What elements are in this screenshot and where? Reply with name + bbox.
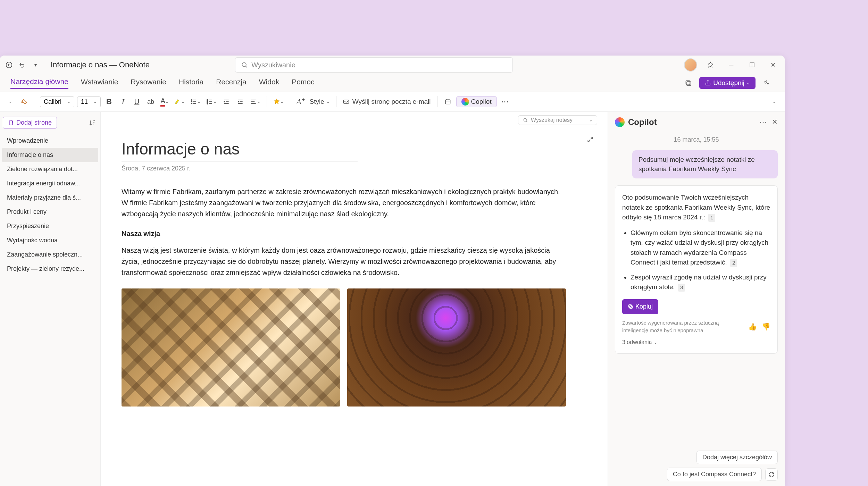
meeting-details-icon[interactable] <box>442 95 453 108</box>
reference-badge-1[interactable]: 1 <box>708 214 715 222</box>
font-color-button[interactable]: A⌄ <box>159 95 170 108</box>
svg-point-5 <box>768 83 769 84</box>
search-notebooks-input[interactable]: Wyszukaj notesy ⌄ <box>518 115 597 125</box>
svg-point-33 <box>524 118 526 121</box>
close-button[interactable]: ✕ <box>765 57 781 73</box>
page-item-8[interactable]: Zaangażowanie społeczn... <box>0 248 100 262</box>
bullets-button[interactable]: ⌄ <box>189 95 202 108</box>
more-commands-icon[interactable]: ⋯ <box>500 95 511 108</box>
reference-badge-2[interactable]: 2 <box>730 259 737 267</box>
premium-icon[interactable] <box>703 57 718 73</box>
font-size-select[interactable]: 11⌄ <box>77 97 101 107</box>
copilot-panel-title: Copilot <box>628 117 657 127</box>
back-icon[interactable] <box>4 60 14 70</box>
reference-badge-3[interactable]: 3 <box>678 284 685 292</box>
font-name-select[interactable]: Calibri⌄ <box>40 97 74 107</box>
outdent-button[interactable] <box>221 95 232 108</box>
page-item-2[interactable]: Zielone rozwiązania dot... <box>0 162 100 176</box>
page-item-5[interactable]: Produkt i ceny <box>0 205 100 219</box>
svg-point-8 <box>191 103 192 104</box>
svg-rect-3 <box>687 82 691 86</box>
page-item-1[interactable]: Informacje o nas <box>2 148 98 162</box>
tab-help[interactable]: Pomoc <box>292 78 314 88</box>
svg-rect-32 <box>9 121 12 125</box>
tab-draw[interactable]: Rysowanie <box>131 78 166 88</box>
svg-point-6 <box>191 100 192 101</box>
tab-view[interactable]: Widok <box>259 78 279 88</box>
page-item-6[interactable]: Przyspieszenie <box>0 219 100 233</box>
ai-intro-text: Oto podsumowanie Twoich wcześniejszych n… <box>622 194 770 221</box>
mode-switcher-icon[interactable] <box>681 75 696 91</box>
email-page-button[interactable]: Wyślij stronę pocztą e-mail <box>341 95 432 108</box>
copilot-ribbon-button[interactable]: Copilot <box>456 96 497 107</box>
copilot-timestamp: 16 marca, 15:55 <box>615 136 778 143</box>
page-item-4[interactable]: Materiały przyjazne dla ś... <box>0 191 100 205</box>
underline-button[interactable]: U <box>131 95 142 108</box>
customize-dropdown-icon[interactable]: ▾ <box>31 60 40 70</box>
paste-dropdown[interactable]: ⌄ <box>5 95 16 108</box>
search-icon <box>523 117 528 123</box>
tag-button[interactable]: ⌄ <box>272 95 285 108</box>
format-painter-icon[interactable] <box>19 95 30 108</box>
user-avatar[interactable] <box>684 58 697 72</box>
copilot-logo-icon <box>615 117 625 127</box>
svg-rect-2 <box>686 81 690 85</box>
search-placeholder: Wyszukiwanie <box>251 61 295 69</box>
style-button[interactable]: A✦ Style⌄ <box>295 95 331 108</box>
tab-insert[interactable]: Wstawianie <box>81 78 118 88</box>
svg-point-1 <box>242 62 247 67</box>
references-toggle[interactable]: 3 odwołania ⌄ <box>622 338 770 346</box>
refresh-suggestions-icon[interactable] <box>765 468 778 481</box>
tab-review[interactable]: Recenzja <box>216 78 247 88</box>
numbering-button[interactable]: 123⌄ <box>205 95 218 108</box>
search-icon <box>241 61 248 68</box>
doc-paragraph-1[interactable]: Witamy w firmie Fabrikam, zaufanym partn… <box>122 186 566 219</box>
page-item-3[interactable]: Integracja energii odnaw... <box>0 176 100 191</box>
svg-text:3: 3 <box>207 102 208 104</box>
svg-rect-35 <box>629 305 632 308</box>
align-button[interactable]: ⌄ <box>249 95 262 108</box>
doc-image-1[interactable] <box>122 288 340 407</box>
add-page-button[interactable]: Dodaj stronę <box>3 117 57 129</box>
tab-history[interactable]: Historia <box>179 78 203 88</box>
window-title: Informacje o nas — OneNote <box>51 60 150 69</box>
strikethrough-button[interactable]: ab <box>145 95 156 108</box>
copy-button[interactable]: Kopiuj <box>622 299 658 314</box>
sort-pages-icon[interactable] <box>87 118 98 128</box>
expand-page-icon[interactable] <box>587 136 594 145</box>
italic-button[interactable]: I <box>117 95 128 108</box>
page-date: Środa, 7 czerwca 2025 r. <box>122 165 566 172</box>
page-item-7[interactable]: Wydajność wodna <box>0 233 100 248</box>
minimize-button[interactable]: ─ <box>724 57 739 73</box>
thumbs-up-icon[interactable]: 👍 <box>748 321 757 332</box>
copilot-more-icon[interactable]: ⋯ <box>759 118 767 127</box>
ai-bullet-1: Głównym celem było skoncentrowanie się n… <box>631 228 770 268</box>
doc-paragraph-2[interactable]: Naszą wizją jest stworzenie świata, w kt… <box>122 245 566 278</box>
ribbon-collapse-icon[interactable]: ⌄ <box>769 95 780 108</box>
page-item-9[interactable]: Projekty — zielony rezyde... <box>0 262 100 276</box>
svg-rect-34 <box>629 306 632 309</box>
tab-home[interactable]: Narzędzia główne <box>10 77 68 89</box>
undo-icon[interactable] <box>17 60 27 70</box>
ai-disclaimer: Zawartość wygenerowana przez sztuczną in… <box>622 319 733 335</box>
search-input[interactable]: Wyszukiwanie <box>235 57 513 73</box>
title-divider <box>122 161 358 161</box>
share-button[interactable]: Udostępnij ⌄ <box>699 77 756 89</box>
highlight-button[interactable]: ⌄ <box>173 95 186 108</box>
bold-button[interactable]: B <box>103 95 115 108</box>
page-item-0[interactable]: Wprowadzenie <box>0 134 100 148</box>
maximize-button[interactable]: ☐ <box>744 57 760 73</box>
ai-response: Oto podsumowanie Twoich wcześniejszych n… <box>615 185 778 354</box>
svg-point-7 <box>191 101 192 102</box>
doc-heading-1[interactable]: Nasza wizja <box>122 230 566 238</box>
page-title[interactable]: Informacje o nas <box>122 140 566 158</box>
doc-image-2[interactable] <box>347 288 566 407</box>
svg-rect-28 <box>445 100 450 104</box>
suggestion-chip-1[interactable]: Dodaj więcej szczegółów <box>696 451 778 464</box>
copilot-header-icon[interactable] <box>759 75 774 91</box>
ai-bullet-2: Zespół wyraził zgodę na udział w dyskusj… <box>631 273 770 292</box>
copilot-close-icon[interactable]: ✕ <box>772 118 778 127</box>
thumbs-down-icon[interactable]: 👎 <box>762 321 770 332</box>
indent-button[interactable] <box>235 95 246 108</box>
suggestion-chip-2[interactable]: Co to jest Compass Connect? <box>667 468 762 481</box>
